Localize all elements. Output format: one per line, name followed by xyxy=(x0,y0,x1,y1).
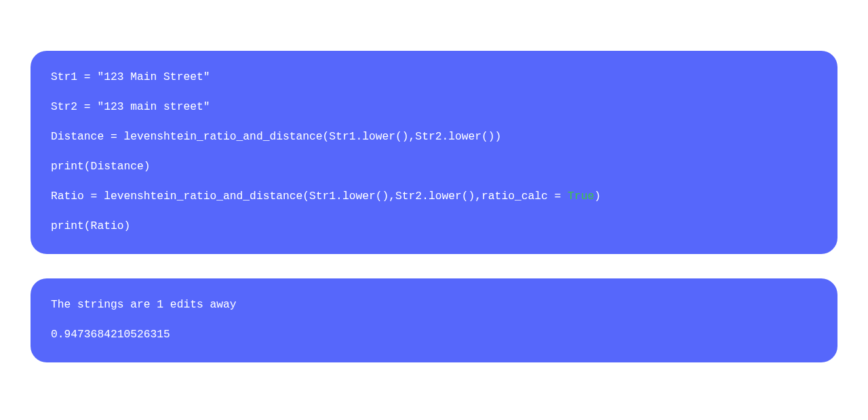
output-text: The strings are 1 edits away xyxy=(51,298,237,311)
code-line: print(Ratio) xyxy=(51,219,817,234)
output-line: The strings are 1 edits away xyxy=(51,297,817,312)
code-text: Distance = levenshtein_ratio_and_distanc… xyxy=(51,130,501,143)
code-line: Str1 = "123 Main Street" xyxy=(51,70,817,85)
code-line: print(Distance) xyxy=(51,159,817,174)
code-text: ) xyxy=(594,190,601,203)
code-text: Str2 = "123 main street" xyxy=(51,100,210,113)
code-text: print(Ratio) xyxy=(51,219,130,232)
code-text: Ratio = levenshtein_ratio_and_distance(S… xyxy=(51,190,568,203)
code-source-block: Str1 = "123 Main Street" Str2 = "123 mai… xyxy=(31,51,837,254)
code-line: Distance = levenshtein_ratio_and_distanc… xyxy=(51,129,817,144)
code-line: Ratio = levenshtein_ratio_and_distance(S… xyxy=(51,189,817,204)
output-text: 0.9473684210526315 xyxy=(51,328,170,341)
code-line: Str2 = "123 main street" xyxy=(51,100,817,114)
code-text: Str1 = "123 Main Street" xyxy=(51,70,210,83)
code-keyword-true: True xyxy=(568,190,594,203)
code-output-block: The strings are 1 edits away 0.947368421… xyxy=(31,278,837,362)
code-text: print(Distance) xyxy=(51,160,151,173)
output-line: 0.9473684210526315 xyxy=(51,327,817,342)
